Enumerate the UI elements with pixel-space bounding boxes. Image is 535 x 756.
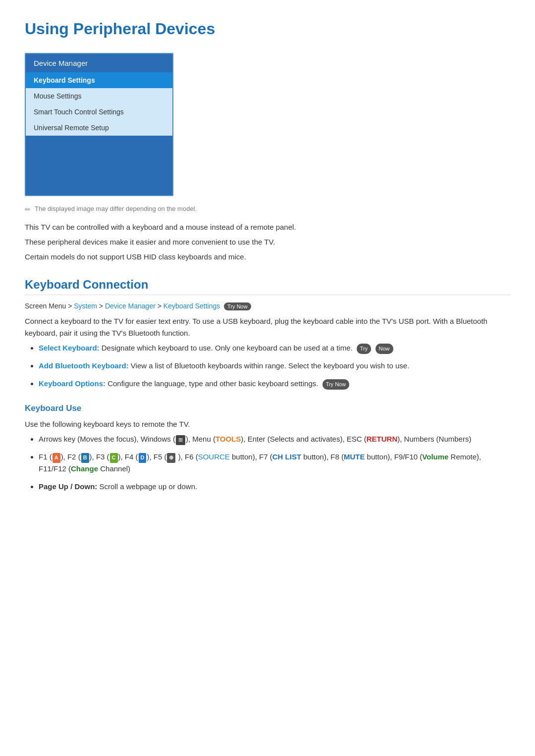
bullet-arrows-windows: Arrows key (Moves the focus), Windows (⊞…	[39, 433, 510, 445]
source-text: SOURCE	[198, 453, 230, 461]
breadcrumb-arrow-1: >	[68, 302, 74, 310]
breadcrumb-screen-menu: Screen Menu	[25, 302, 66, 310]
add-bluetooth-text: View a list of Bluetooth keyboards withi…	[131, 361, 410, 370]
bullet-function-keys: F1 (A), F2 (B), F3 (C), F4 (D), F5 (⊕ ),…	[39, 451, 510, 475]
device-manager-header: Device Manager	[26, 54, 172, 72]
f5-label: ), F5 (	[147, 453, 166, 461]
breadcrumb: Screen Menu > System > Device Manager > …	[25, 302, 510, 310]
key-d: D	[139, 453, 147, 463]
mute-text: MUTE	[344, 453, 365, 461]
keyboard-connection-intro: Connect a keyboard to the TV for easier …	[25, 315, 510, 339]
bullet-select-keyboard: Select Keyboard: Designate which keyboar…	[39, 342, 510, 354]
breadcrumb-arrow-2: >	[99, 302, 105, 310]
key-a: A	[53, 453, 60, 463]
try-now-keyboard-options[interactable]: Try Now	[322, 379, 350, 390]
change-text: Change	[71, 464, 98, 473]
f7-suffix: button), F8 (	[301, 453, 344, 461]
windows-icon: ⊞	[176, 435, 185, 445]
try-now-select-keyboard-2[interactable]: Now	[375, 344, 393, 354]
device-manager-box: Device Manager Keyboard Settings Mouse S…	[25, 53, 173, 196]
keyboard-use-bullets: Arrows key (Moves the focus), Windows (⊞…	[25, 433, 510, 493]
f1-label: F1 (	[39, 453, 52, 461]
try-now-select-keyboard[interactable]: Try	[357, 344, 371, 354]
keyboard-connection-section: Keyboard Connection Screen Menu > System…	[25, 278, 510, 390]
keyboard-use-section: Keyboard Use Use the following keyboard …	[25, 403, 510, 493]
intro-text-3: Certain models do not support USB HID cl…	[25, 251, 510, 263]
chlist-text: CH LIST	[272, 453, 301, 461]
f3-label: ), F3 (	[90, 453, 109, 461]
pencil-icon: ✏	[25, 205, 31, 213]
f11-suffix: Channel)	[98, 464, 130, 473]
keyboard-options-text: Configure the language, type and other b…	[107, 379, 318, 388]
menu-item-universal-remote[interactable]: Universal Remote Setup	[26, 120, 172, 136]
menu-item-mouse-settings[interactable]: Mouse Settings	[26, 88, 172, 104]
breadcrumb-arrow-3: >	[158, 302, 163, 310]
f8-suffix: button), F9/F10 (	[365, 453, 422, 461]
arrows-text: Arrows key (Moves the focus), Windows (	[39, 435, 175, 443]
f6-label: ), F6 (	[176, 453, 198, 461]
device-manager-body	[26, 136, 172, 195]
menu-item-keyboard-settings[interactable]: Keyboard Settings	[26, 72, 172, 88]
f6-suffix: button), F7 (	[230, 453, 272, 461]
return-text: RETURN	[367, 435, 398, 443]
tools-text: TOOLS	[215, 435, 241, 443]
key-c: C	[110, 453, 118, 463]
keyboard-use-title: Keyboard Use	[25, 403, 510, 413]
keyboard-options-term: Keyboard Options:	[39, 379, 106, 388]
bullet-page-up-down: Page Up / Down: Scroll a webpage up or d…	[39, 481, 510, 493]
select-keyboard-term: Select Keyboard:	[39, 344, 100, 352]
key-b: B	[81, 453, 89, 463]
page-updown-text: Scroll a webpage up or down.	[100, 482, 198, 491]
try-now-badge-breadcrumb[interactable]: Try Now	[224, 302, 251, 310]
enter-text: ), Enter (Selects and activates), ESC (	[241, 435, 366, 443]
breadcrumb-device-manager[interactable]: Device Manager	[105, 302, 156, 310]
keyboard-use-intro: Use the following keyboard keys to remot…	[25, 418, 510, 430]
breadcrumb-system[interactable]: System	[74, 302, 97, 310]
numbers-text: ), Numbers (Numbers)	[397, 435, 471, 443]
f2-label: ), F2 (	[61, 453, 81, 461]
bullet-keyboard-options: Keyboard Options: Configure the language…	[39, 378, 510, 390]
keyboard-connection-bullets: Select Keyboard: Designate which keyboar…	[25, 342, 510, 390]
breadcrumb-keyboard-settings[interactable]: Keyboard Settings	[163, 302, 220, 310]
bullet-add-bluetooth: Add Bluetooth Keyboard: View a list of B…	[39, 360, 510, 372]
intro-text-2: These peripheral devices make it easier …	[25, 236, 510, 248]
menu-item-smart-touch[interactable]: Smart Touch Control Settings	[26, 104, 172, 120]
page-updown-term: Page Up / Down:	[39, 482, 97, 491]
f4-label: ), F4 (	[118, 453, 138, 461]
intro-text-1: This TV can be controlled with a keyboar…	[25, 221, 510, 233]
select-keyboard-text: Designate which keyboard to use. Only on…	[102, 344, 353, 352]
note: ✏ The displayed image may differ dependi…	[25, 205, 510, 213]
add-bluetooth-term: Add Bluetooth Keyboard:	[39, 361, 129, 370]
page-title: Using Peripheral Devices	[25, 20, 510, 38]
keyboard-connection-title: Keyboard Connection	[25, 278, 510, 295]
key-e: ⊕	[167, 453, 175, 463]
menu-text: ), Menu (	[186, 435, 215, 443]
volume-text: Volume	[422, 453, 448, 461]
